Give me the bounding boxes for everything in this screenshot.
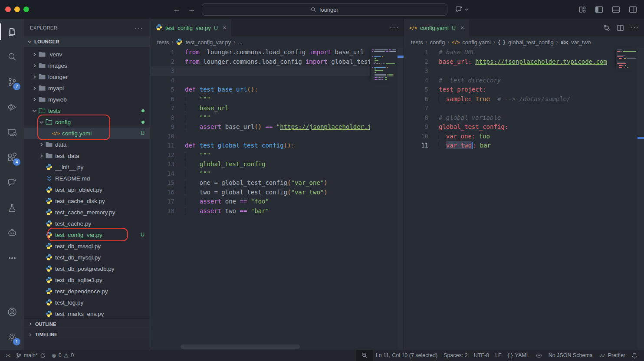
tree-item-test_db_postgresdb.py[interactable]: test_db_postgresdb.py xyxy=(24,263,150,274)
breadcrumb-file[interactable]: test_config_var.py xyxy=(185,39,231,46)
remote-indicator[interactable]: >< xyxy=(3,350,13,361)
compare-changes-icon[interactable] xyxy=(603,24,611,32)
breadcrumb-symbol[interactable]: global_test_config xyxy=(508,39,554,46)
cursor-position-item[interactable]: Ln 11, Col 10 (7 selected) xyxy=(373,350,440,361)
python-icon xyxy=(45,164,53,171)
activity-source-control[interactable]: 2 xyxy=(0,69,24,95)
tree-item-test_api_object.py[interactable]: test_api_object.py xyxy=(24,184,150,195)
nav-forward-button[interactable]: → xyxy=(187,5,195,14)
tree-item-README.md[interactable]: README.md xyxy=(24,173,150,184)
breadcrumb-config[interactable]: config xyxy=(430,39,445,46)
minimize-window-button[interactable] xyxy=(14,7,20,12)
activity-remote-explorer[interactable] xyxy=(0,120,24,145)
code-area-right[interactable]: 1# base URL2base_url: https://jsonplaceh… xyxy=(404,48,615,350)
tree-item-test_data[interactable]: test_data xyxy=(24,150,150,161)
tree-item-test_config_var.py[interactable]: test_config_var.pyU xyxy=(24,229,150,240)
activity-copilot[interactable] xyxy=(0,220,24,246)
breadcrumb-tests[interactable]: tests xyxy=(157,39,169,46)
tab-close-button[interactable]: × xyxy=(223,24,226,31)
toggle-panel-icon[interactable] xyxy=(612,6,620,13)
scrollbar-right[interactable] xyxy=(637,48,644,350)
tree-item-test_log.py[interactable]: test_log.py xyxy=(24,297,150,308)
project-section-header[interactable]: LOUNGER xyxy=(24,36,150,47)
tree-item-test_marks_env.py[interactable]: test_marks_env.py xyxy=(24,308,150,319)
code-line: 11 var_two: bar xyxy=(404,141,615,151)
editor-more-actions[interactable]: ··· xyxy=(630,24,640,32)
tree-item-test_db_sqlite3.py[interactable]: test_db_sqlite3.py xyxy=(24,274,150,286)
tree-item-test_cache.py[interactable]: test_cache.py xyxy=(24,218,150,229)
breadcrumb-file[interactable]: config.yaml xyxy=(462,39,491,46)
close-window-button[interactable] xyxy=(5,7,11,12)
activity-search[interactable] xyxy=(0,44,24,69)
breadcrumb-leaf[interactable]: var_two xyxy=(571,39,591,46)
split-editor-icon[interactable] xyxy=(617,24,624,32)
tree-item-config[interactable]: config xyxy=(24,116,150,128)
command-center-search[interactable]: lounger xyxy=(202,3,447,16)
code-area-left[interactable]: 1from lounger.commons.load_config import… xyxy=(150,48,370,350)
copilot-chat-button[interactable] xyxy=(455,5,469,14)
eol-item[interactable]: LF xyxy=(492,350,505,361)
explorer-more-actions[interactable]: ··· xyxy=(135,24,144,32)
horizontal-scrollbar[interactable] xyxy=(181,345,300,349)
tree-item-lounger[interactable]: lounger xyxy=(24,71,150,82)
activity-more[interactable] xyxy=(0,246,24,271)
line-number: 14 xyxy=(150,169,174,179)
minimap-right[interactable] xyxy=(616,48,637,70)
tree-item-images[interactable]: images xyxy=(24,60,150,71)
problems-item[interactable]: ⊗ 0 ⚠ 0 xyxy=(49,350,77,361)
python-icon xyxy=(45,243,53,249)
line-number: 8 xyxy=(150,113,174,123)
code-line: 6 """ xyxy=(150,95,370,104)
tab-close-button[interactable]: × xyxy=(460,24,464,31)
robot-icon xyxy=(536,352,542,359)
tree-item-myweb[interactable]: myweb xyxy=(24,94,150,105)
timeline-section[interactable]: TIMELINE xyxy=(24,329,150,339)
zoom-status-item[interactable] xyxy=(356,350,373,361)
line-number: 11 xyxy=(150,141,174,151)
breadcrumb-tests[interactable]: tests xyxy=(411,39,423,46)
chevron-closed-icon xyxy=(38,142,45,147)
activity-explorer[interactable] xyxy=(0,19,24,44)
tab-test-config-var[interactable]: test_config_var.py U × xyxy=(150,19,231,36)
customize-layout-icon[interactable] xyxy=(578,6,586,13)
scrollbar-left[interactable] xyxy=(398,48,404,350)
toggle-primary-sidebar-icon[interactable] xyxy=(595,6,603,13)
tree-item-test_db_mysql.py[interactable]: test_db_mysql.py xyxy=(24,252,150,263)
tree-item-data[interactable]: data xyxy=(24,139,150,150)
folder-open-icon xyxy=(38,108,46,114)
formatter-item[interactable]: ✓✓ Prettier xyxy=(596,350,628,361)
outline-section[interactable]: OUTLINE xyxy=(24,318,150,329)
tree-item-config.yaml[interactable]: </>config.yamlU xyxy=(24,128,150,139)
tree-item-label: tests xyxy=(48,108,61,114)
tree-item-myapi[interactable]: myapi xyxy=(24,82,150,94)
tree-item-.venv[interactable]: .venv xyxy=(24,49,150,60)
tree-item-__init__.py[interactable]: __init__.py xyxy=(24,161,150,173)
tree-item-test_dependence.py[interactable]: test_dependence.py xyxy=(24,286,150,297)
minimap-left[interactable] xyxy=(371,48,398,82)
tree-item-test_db_mssql.py[interactable]: test_db_mssql.py xyxy=(24,240,150,252)
activity-chat[interactable] xyxy=(0,170,24,195)
json-schema-item[interactable]: No JSON Schema xyxy=(545,350,596,361)
toggle-secondary-sidebar-icon[interactable] xyxy=(629,6,637,13)
tree-item-test_cache_memory.py[interactable]: test_cache_memory.py xyxy=(24,207,150,218)
editor-more-actions[interactable]: ··· xyxy=(390,24,399,32)
git-branch-item[interactable]: main* xyxy=(13,350,49,361)
notifications-bell[interactable] xyxy=(628,350,641,361)
activity-run-debug[interactable] xyxy=(0,95,24,120)
encoding-item[interactable]: UTF-8 xyxy=(471,350,492,361)
indentation-item[interactable]: Spaces: 2 xyxy=(440,350,471,361)
breadcrumb-symbol[interactable]: ... xyxy=(238,39,243,46)
nav-back-button[interactable]: ← xyxy=(173,5,181,14)
accounts-button[interactable] xyxy=(0,299,24,325)
line-number: 17 xyxy=(150,197,174,207)
maximize-window-button[interactable] xyxy=(23,7,29,12)
tree-item-test_cache_disk.py[interactable]: test_cache_disk.py xyxy=(24,195,150,207)
tree-item-tests[interactable]: tests xyxy=(24,105,150,116)
activity-testing[interactable] xyxy=(0,195,24,220)
settings-button[interactable]: 1 xyxy=(0,325,24,350)
tab-config-yaml[interactable]: </> config.yaml U × xyxy=(404,19,469,36)
sync-icon xyxy=(40,353,46,358)
copilot-status-item[interactable] xyxy=(532,350,545,361)
language-mode-item[interactable]: { } YAML xyxy=(505,350,532,361)
activity-extensions[interactable]: 4 xyxy=(0,145,24,170)
